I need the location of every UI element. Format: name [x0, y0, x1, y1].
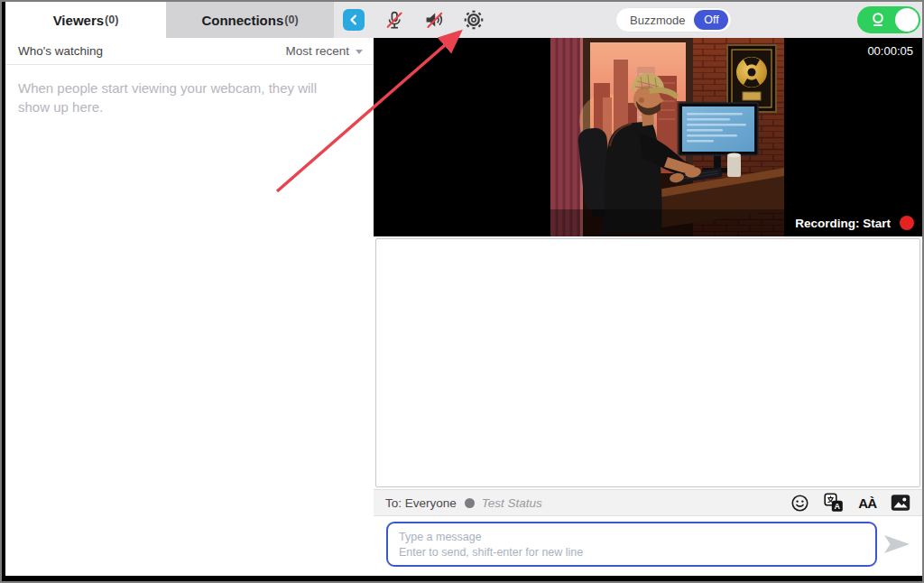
app-window: Viewers(0) Connections(0)	[0, 0, 924, 583]
tab-viewers-count: (0)	[105, 14, 118, 26]
record-button[interactable]	[900, 216, 914, 230]
chevron-left-icon	[346, 13, 361, 27]
microphone-muted-icon	[384, 10, 404, 30]
chevron-down-icon	[356, 50, 363, 54]
buzzmode-control: Buzzmode Off	[615, 7, 732, 32]
gold-record-award	[727, 45, 776, 112]
collapse-panel-button[interactable]	[343, 9, 365, 31]
smiley-icon	[790, 494, 809, 513]
recording-start-label[interactable]: Recording: Start	[795, 217, 891, 230]
speaker-muted-icon	[424, 10, 444, 30]
toggle-knob	[895, 8, 919, 32]
svg-text:A: A	[835, 502, 841, 511]
tab-connections-count: (0)	[284, 14, 298, 26]
status-dot-icon	[465, 498, 475, 508]
message-input[interactable]: Type a message Enter to send, shift-ente…	[386, 522, 877, 567]
send-arrow-icon	[882, 531, 911, 558]
buzzmode-label: Buzzmode	[630, 14, 685, 27]
status-text[interactable]: Test Status	[482, 496, 542, 510]
toolbar: Buzzmode Off	[334, 2, 922, 38]
chat-recipient-bar: To: Everyone Test Status	[374, 489, 922, 516]
translate-icon: A	[824, 493, 844, 513]
font-size-button[interactable]: AÀ	[858, 496, 876, 510]
chat-input-row: Type a message Enter to send, shift-ente…	[374, 516, 922, 576]
tab-connections[interactable]: Connections(0)	[166, 2, 334, 38]
speaker-muted-button[interactable]	[424, 10, 444, 30]
viewers-panel-header: Who's watching Most recent	[5, 38, 374, 65]
send-button[interactable]	[877, 526, 917, 562]
microphone-muted-button[interactable]	[384, 10, 404, 30]
tab-viewers-label: Viewers	[53, 13, 104, 28]
gear-icon	[464, 10, 484, 30]
recording-timer: 00:00:05	[867, 44, 913, 58]
top-bar: Viewers(0) Connections(0)	[5, 2, 922, 38]
to-everyone-label[interactable]: To: Everyone	[385, 496, 457, 510]
tab-viewers[interactable]: Viewers(0)	[5, 2, 166, 38]
input-placeholder-line2: Enter to send, shift-enter for new line	[399, 545, 864, 560]
sort-dropdown[interactable]: Most recent	[285, 44, 363, 58]
webcam-video-preview	[550, 38, 784, 236]
webcam-toggle[interactable]	[857, 6, 920, 33]
buzzmode-toggle[interactable]: Off	[694, 10, 728, 30]
settings-button[interactable]	[464, 10, 484, 30]
viewers-empty-message: When people start viewing your webcam, t…	[5, 65, 357, 116]
input-placeholder-line1: Type a message	[399, 530, 864, 545]
emoji-button[interactable]	[790, 494, 809, 513]
whos-watching-title: Who's watching	[18, 44, 103, 58]
viewers-panel: Who's watching Most recent When people s…	[5, 38, 374, 576]
sort-label: Most recent	[285, 44, 349, 58]
webcam-icon	[869, 11, 887, 29]
tab-connections-label: Connections	[201, 13, 283, 28]
translate-button[interactable]: A	[824, 493, 844, 513]
send-image-button[interactable]	[891, 494, 910, 512]
image-icon	[891, 494, 910, 512]
video-stage: 00:00:05 Recording: Start	[374, 38, 922, 236]
coffee-cup	[727, 153, 741, 177]
chat-message-list[interactable]	[375, 238, 920, 487]
